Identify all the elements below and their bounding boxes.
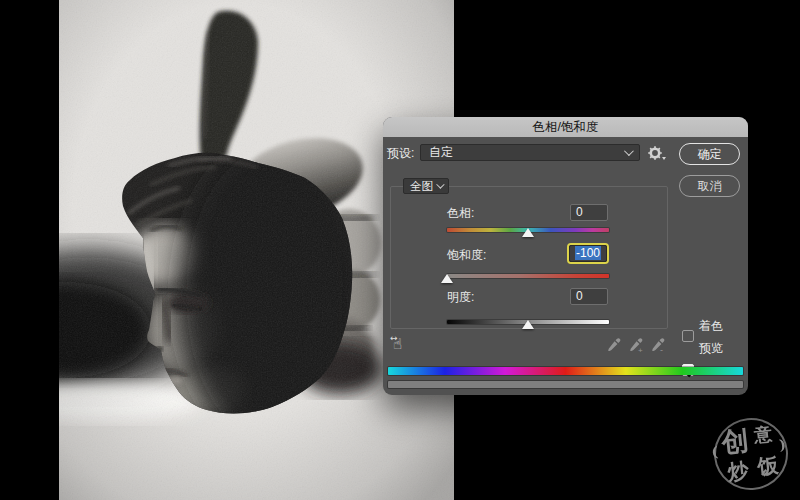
chevron-down-icon: [436, 180, 444, 188]
chevron-down-icon: [624, 146, 634, 156]
colorize-label: 着色: [699, 318, 723, 335]
hue-value: 0: [576, 205, 583, 219]
saturation-label: 饱和度:: [447, 247, 486, 264]
preset-options-button[interactable]: [647, 145, 667, 161]
saturation-value-selected: -100: [575, 246, 601, 260]
channel-value: 全图: [410, 179, 433, 194]
dialog-title: 色相/饱和度: [533, 120, 599, 134]
channel-dropdown[interactable]: 全图: [403, 178, 449, 194]
saturation-slider[interactable]: [447, 274, 609, 278]
eyedropper-group: + -: [607, 337, 669, 354]
lightness-slider[interactable]: [447, 320, 609, 324]
hue-input[interactable]: 0: [570, 204, 608, 221]
eyedropper-icon[interactable]: [608, 338, 620, 351]
hue-label: 色相:: [447, 205, 474, 222]
watermark-logo: 创 意 炒 饭 ( ): [708, 412, 794, 496]
lightness-slider-thumb[interactable]: [522, 320, 534, 329]
gear-icon: [647, 145, 667, 161]
logo-mark: ): [778, 436, 786, 453]
lightness-input[interactable]: 0: [570, 288, 608, 305]
photoshop-workspace: { "window": { "title": "色相/饱和度" }, "pres…: [0, 0, 800, 500]
channel-groupbox: [390, 186, 668, 329]
left-right-arrows-icon: ↔: [390, 331, 398, 346]
hue-slider[interactable]: [447, 228, 609, 232]
colorize-checkbox[interactable]: [682, 330, 694, 342]
logo-char: 创: [720, 422, 751, 461]
dialog-titlebar[interactable]: 色相/饱和度: [383, 117, 748, 137]
hue-saturation-dialog: 色相/饱和度 预设: 自定 确定 取消 全图 色相: 0: [383, 117, 748, 395]
preset-label: 预设:: [387, 145, 414, 162]
lightness-value: 0: [576, 289, 583, 303]
svg-text:-: -: [660, 345, 663, 355]
svg-text:+: +: [638, 346, 643, 355]
ok-button[interactable]: 确定: [679, 143, 740, 165]
targeted-adjustment-tool[interactable]: ↔ ☝: [393, 337, 402, 352]
cancel-button[interactable]: 取消: [679, 175, 740, 197]
saturation-input-focused[interactable]: -100: [567, 243, 609, 264]
logo-char: 炒: [726, 456, 750, 486]
lightness-label: 明度:: [447, 289, 474, 306]
hue-slider-thumb[interactable]: [522, 228, 534, 237]
spectrum-bar-adjusted: [388, 381, 743, 388]
preset-value: 自定: [429, 144, 453, 161]
logo-char: 意: [753, 422, 773, 448]
preset-dropdown[interactable]: 自定: [420, 144, 640, 161]
preview-label: 预览: [699, 340, 723, 357]
saturation-slider-thumb[interactable]: [441, 274, 453, 283]
eyedropper-minus-icon[interactable]: -: [652, 338, 664, 354]
logo-char: 饭: [756, 451, 780, 481]
eyedropper-plus-icon[interactable]: +: [630, 338, 643, 354]
spectrum-bar-original: [388, 367, 743, 375]
